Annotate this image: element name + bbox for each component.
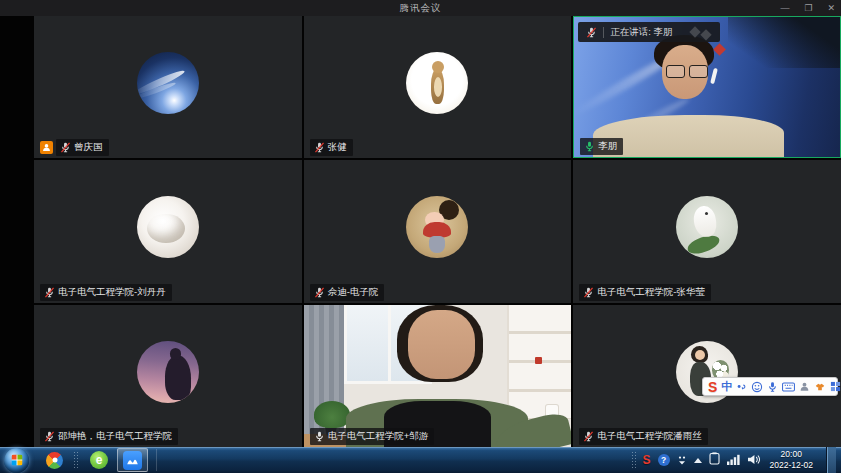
participant-nameplate: 邵坤艳，电子电气工程学院 xyxy=(40,428,178,445)
window-titlebar: 腾讯会议 — ❐ ✕ xyxy=(0,0,841,16)
avatar-art xyxy=(165,355,191,400)
toolbox-button[interactable] xyxy=(830,381,841,392)
participant-tile-4[interactable]: 电子电气工程学院-刘丹丹 xyxy=(34,160,302,302)
avatar-art xyxy=(695,350,706,361)
voice-input-button[interactable] xyxy=(767,381,778,393)
start-button[interactable] xyxy=(4,448,29,473)
skin-button[interactable] xyxy=(814,382,826,392)
participant-name: 李朋 xyxy=(598,140,617,153)
participant-avatar xyxy=(137,52,199,114)
participant-name: 佘迪-电子院 xyxy=(328,286,379,299)
sogou-tray-icon[interactable]: S xyxy=(643,453,651,467)
person-earphone xyxy=(711,67,719,83)
participant-nameplate: 电子电气工程学院+邹游 xyxy=(310,428,435,445)
clock-date: 2022-12-02 xyxy=(770,460,813,471)
participant-name: 曾庆国 xyxy=(74,141,103,154)
participant-name: 电子电气工程学院-刘丹丹 xyxy=(58,286,166,299)
speaking-banner-text: 正在讲话: 李朋 xyxy=(610,26,672,39)
taskbar-divider xyxy=(156,449,157,471)
participant-nameplate: 电子电气工程学院-张华莹 xyxy=(579,284,711,301)
minimize-button[interactable]: — xyxy=(780,0,789,16)
network-icon[interactable] xyxy=(727,451,740,469)
taskbar-grip[interactable] xyxy=(73,451,78,469)
text-service-icon[interactable] xyxy=(677,451,687,469)
system-tray: S ? 20:00 2022-12-02 xyxy=(631,447,837,473)
window-title: 腾讯会议 xyxy=(0,0,841,16)
mic-speaking-icon xyxy=(584,141,595,152)
participant-nameplate: 张健 xyxy=(310,139,353,156)
participant-tile-9[interactable]: 电子电气工程学院潘雨丝 xyxy=(573,305,841,447)
participant-tile-8[interactable]: 电子电气工程学院+邹游 xyxy=(304,305,572,447)
participant-nameplate: 李朋 xyxy=(580,138,623,155)
mic-muted-icon xyxy=(583,287,594,298)
volume-icon[interactable] xyxy=(747,451,760,469)
participant-name: 张健 xyxy=(328,141,347,154)
login-button[interactable] xyxy=(799,381,810,392)
diamond-decoration-icon xyxy=(691,28,710,36)
host-badge-icon xyxy=(40,141,53,154)
show-hidden-icons-button[interactable] xyxy=(694,458,702,463)
mic-muted-icon xyxy=(314,142,325,153)
ime-toolbar: S 中 xyxy=(702,377,838,396)
participant-name: 电子电气工程学院+邹游 xyxy=(328,430,429,443)
tablet-device-icon[interactable] xyxy=(709,451,720,469)
divider xyxy=(603,27,604,38)
taskbar-clock[interactable]: 20:00 2022-12-02 xyxy=(770,449,813,470)
speaking-banner: 正在讲话: 李朋 xyxy=(578,22,719,42)
clock-time: 20:00 xyxy=(770,449,813,460)
participant-tile-6[interactable]: 电子电气工程学院-张华莹 xyxy=(573,160,841,302)
participant-nameplate: 曾庆国 xyxy=(40,139,109,156)
punctuation-button[interactable] xyxy=(736,381,747,392)
participant-name: 邵坤艳，电子电气工程学院 xyxy=(58,430,172,443)
tencent-meeting-icon xyxy=(123,451,142,470)
close-button[interactable]: ✕ xyxy=(827,0,835,16)
windows-logo-icon xyxy=(11,455,22,466)
participant-tile-5[interactable]: 佘迪-电子院 xyxy=(304,160,572,302)
tray-grip[interactable] xyxy=(631,451,636,469)
green-e-browser-icon[interactable]: e xyxy=(90,451,108,469)
sogou-logo-icon[interactable]: S xyxy=(708,380,717,394)
soft-keyboard-button[interactable] xyxy=(782,382,795,392)
background-art xyxy=(728,17,840,68)
mic-muted-icon xyxy=(44,287,55,298)
participant-nameplate: 佘迪-电子院 xyxy=(310,284,385,301)
participant-name: 电子电气工程学院潘雨丝 xyxy=(597,430,702,443)
video-frame xyxy=(304,305,572,447)
avatar-art xyxy=(429,236,445,253)
person-face xyxy=(408,310,475,378)
participant-nameplate: 电子电气工程学院-刘丹丹 xyxy=(40,284,172,301)
background-art xyxy=(713,43,726,56)
shelf-toy xyxy=(535,357,542,364)
participant-avatar xyxy=(406,52,468,114)
participant-name: 电子电气工程学院-张华莹 xyxy=(597,286,705,299)
participant-tile-7[interactable]: 邵坤艳，电子电气工程学院 xyxy=(34,305,302,447)
participant-avatar xyxy=(137,341,199,403)
avatar-art xyxy=(691,205,717,239)
participant-tile-2[interactable]: 张健 xyxy=(304,16,572,158)
show-desktop-button[interactable] xyxy=(826,447,836,473)
pinwheel-app-icon[interactable] xyxy=(46,452,63,469)
participant-avatar xyxy=(406,196,468,258)
desktop: 腾讯会议 — ❐ ✕ xyxy=(0,0,841,473)
mic-muted-icon xyxy=(314,287,325,298)
window-controls: — ❐ ✕ xyxy=(780,0,835,16)
mic-on-icon xyxy=(314,431,325,442)
chinese-mode-button[interactable]: 中 xyxy=(721,379,732,394)
help-tray-icon[interactable]: ? xyxy=(658,454,670,466)
taskbar: e S ? 20:00 xyxy=(0,447,841,473)
participant-avatar xyxy=(137,196,199,258)
diamond xyxy=(689,26,700,37)
plant xyxy=(314,401,350,428)
restore-button[interactable]: ❐ xyxy=(804,0,812,16)
tencent-meeting-taskbar-button[interactable] xyxy=(117,448,148,472)
avatar-art xyxy=(705,212,708,215)
diamond xyxy=(700,29,711,40)
participant-nameplate: 电子电气工程学院潘雨丝 xyxy=(579,428,708,445)
mic-muted-icon xyxy=(60,142,71,153)
participant-tile-1[interactable]: 曾庆国 xyxy=(34,16,302,158)
avatar-art xyxy=(170,348,182,360)
participant-tile-3-active-speaker[interactable]: 正在讲话: 李朋 李朋 xyxy=(573,16,841,158)
mic-muted-icon xyxy=(583,431,594,442)
person-glasses xyxy=(665,65,709,78)
emoji-button[interactable] xyxy=(751,381,763,393)
